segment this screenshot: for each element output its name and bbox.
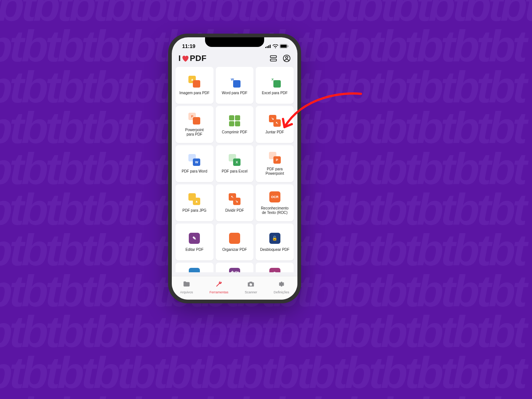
tile-label: Desbloquear PDF <box>260 248 289 252</box>
split-pdf-icon: ↖↘ <box>228 193 241 205</box>
phone-screen: 11:19 I PDF ▲ Imagem para PDFW <box>172 37 297 300</box>
tab-arquivos[interactable]: Arquivos <box>180 280 193 294</box>
excel-to-pdf-icon: X <box>269 75 281 88</box>
tab-label: Arquivos <box>180 290 193 294</box>
pdf-to-word-icon: W <box>188 154 201 166</box>
ppt-to-pdf-icon: P <box>188 112 201 125</box>
tool-tile-watermark-pdf[interactable]: �印 <box>216 263 254 272</box>
svg-rect-0 <box>265 47 266 48</box>
phone-notch <box>205 37 264 47</box>
gear-icon <box>277 280 286 290</box>
tab-label: Ferramentas <box>209 290 228 294</box>
tile-label: Editar PDF <box>185 248 204 252</box>
tile-label: PDF para JPG <box>183 208 207 213</box>
status-icons <box>265 44 289 48</box>
svg-rect-1 <box>267 46 268 48</box>
brand-suffix: PDF <box>190 54 207 63</box>
pdf-to-excel-icon: X <box>228 154 241 166</box>
svg-rect-6 <box>288 45 289 47</box>
organize-pdf-icon <box>228 232 241 245</box>
tool-tile-organize-pdf[interactable]: Organizar PDF <box>216 224 254 260</box>
tab-bar: Arquivos Ferramentas Scanner Definições <box>172 276 297 300</box>
heart-icon <box>181 55 190 62</box>
phone-frame: 11:19 I PDF ▲ Imagem para PDFW <box>168 34 301 303</box>
tool-tile-pdf-to-ppt[interactable]: P PDF para Powerpoint <box>256 145 294 182</box>
tile-label: Imagem para PDF <box>179 91 209 95</box>
tool-tile-ocr[interactable]: OCR Reconhecimento de Texto (ROC) <box>256 184 294 221</box>
signal-icon <box>265 44 271 48</box>
svg-rect-7 <box>270 56 277 58</box>
tool-tile-pdf-to-word[interactable]: W PDF para Word <box>175 145 214 182</box>
tile-label: PDF para Excel <box>222 169 248 174</box>
svg-rect-2 <box>268 45 269 48</box>
tab-scanner[interactable]: Scanner <box>245 280 258 294</box>
tab-ferramentas[interactable]: Ferramentas <box>209 280 228 294</box>
tool-tile-pdf-to-jpg[interactable]: ▲ PDF para JPG <box>175 184 214 221</box>
header-actions <box>269 54 291 62</box>
unlock-pdf-icon: 🔓 <box>269 232 281 245</box>
tool-tile-compress-pdf[interactable]: Comprimir PDF <box>216 106 254 143</box>
tool-tile-sign-pdf[interactable]: ✒ <box>175 263 214 272</box>
tool-tile-merge-pdf[interactable]: ↘↖ Juntar PDF <box>256 106 294 143</box>
svg-point-10 <box>286 56 288 58</box>
watermark-pdf-icon: �印 <box>228 268 241 272</box>
pdf-to-jpg-icon: ▲ <box>188 193 201 205</box>
merge-pdf-icon: ↘↖ <box>269 115 281 127</box>
tile-label: Word para PDF <box>222 91 247 95</box>
word-to-pdf-icon: W <box>228 75 241 88</box>
tool-tile-ppt-to-pdf[interactable]: P Powerpoint para PDF <box>175 106 214 143</box>
status-time: 11:19 <box>182 43 195 49</box>
tile-label: Dividir PDF <box>225 208 244 213</box>
tab-definições[interactable]: Definições <box>274 280 289 294</box>
tool-tile-image-to-pdf[interactable]: ▲ Imagem para PDF <box>175 67 214 104</box>
pdf-to-ppt-icon: P <box>269 151 281 164</box>
sign-pdf-icon: ✒ <box>188 268 201 272</box>
tab-label: Scanner <box>245 290 258 294</box>
tool-tile-rotate-pdf[interactable]: ⟳ <box>256 263 294 272</box>
tool-tile-word-to-pdf[interactable]: W Word para PDF <box>216 67 254 104</box>
ocr-icon: OCR <box>269 191 281 203</box>
app-header: I PDF <box>172 51 297 67</box>
tools-grid-wrap[interactable]: ▲ Imagem para PDFW Word para PDFX Excel … <box>172 67 297 272</box>
brand-prefix: I <box>178 54 181 63</box>
tile-label: Juntar PDF <box>265 130 284 134</box>
tile-label: PDF para Word <box>182 169 207 174</box>
tile-label: Excel para PDF <box>262 91 288 95</box>
tab-label: Definições <box>274 290 289 294</box>
compress-pdf-icon <box>228 115 241 127</box>
tile-label: PDF para Powerpoint <box>266 167 284 176</box>
svg-rect-8 <box>270 59 277 61</box>
profile-icon[interactable] <box>283 54 291 62</box>
wrench-icon <box>215 280 223 290</box>
svg-rect-5 <box>280 45 287 48</box>
tool-tile-split-pdf[interactable]: ↖↘ Dividir PDF <box>216 184 254 221</box>
battery-icon <box>280 44 289 48</box>
edit-pdf-icon: ✎ <box>188 232 201 245</box>
tools-grid: ▲ Imagem para PDFW Word para PDFX Excel … <box>175 67 294 272</box>
image-to-pdf-icon: ▲ <box>188 75 201 88</box>
brand-logo: I PDF <box>178 54 207 63</box>
tool-tile-unlock-pdf[interactable]: 🔓 Desbloquear PDF <box>256 224 294 260</box>
wifi-icon <box>273 44 278 48</box>
tile-label: Organizar PDF <box>222 248 247 252</box>
tool-tile-excel-to-pdf[interactable]: X Excel para PDF <box>256 67 294 104</box>
svg-rect-3 <box>270 45 271 48</box>
folder-icon <box>183 280 191 290</box>
tool-tile-edit-pdf[interactable]: ✎ Editar PDF <box>175 224 214 260</box>
tool-tile-pdf-to-excel[interactable]: X PDF para Excel <box>216 145 254 182</box>
tile-label: Reconhecimento de Texto (ROC) <box>261 206 289 215</box>
rotate-pdf-icon: ⟳ <box>269 268 281 272</box>
tile-label: Powerpoint para PDF <box>185 128 204 137</box>
camera-icon <box>247 280 255 290</box>
tile-label: Comprimir PDF <box>222 130 248 134</box>
view-toggle-icon[interactable] <box>269 54 277 62</box>
